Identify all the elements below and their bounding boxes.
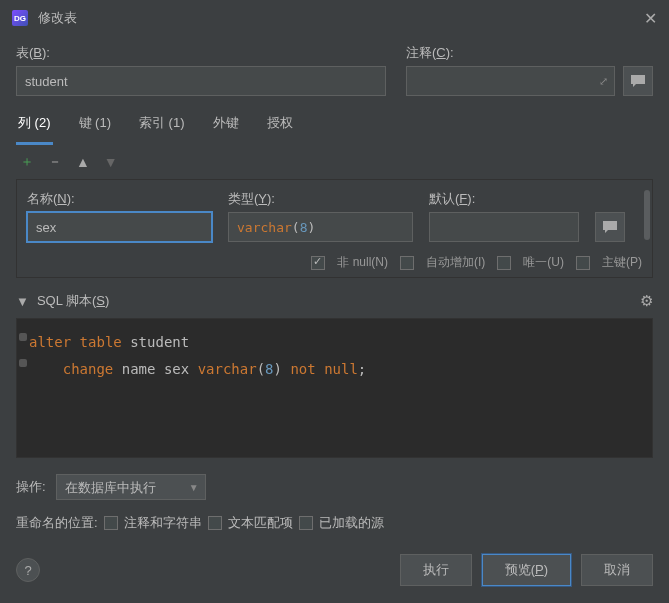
help-button[interactable]: ? [16, 558, 40, 582]
gutter-marker [19, 359, 27, 367]
tab-grants[interactable]: 授权 [265, 108, 295, 145]
cancel-button[interactable]: 取消 [581, 554, 653, 586]
dialog-title: 修改表 [38, 9, 77, 27]
rename-label: 重命名的位置: [16, 514, 98, 532]
gear-icon[interactable]: ⚙ [640, 292, 653, 310]
unique-label: 唯一(U) [523, 254, 564, 271]
script-label: SQL 脚本(S) [37, 292, 110, 310]
rename-text-label: 文本匹配项 [228, 514, 293, 532]
type-label: 类型(Y): [228, 190, 413, 208]
rename-loaded-checkbox[interactable] [299, 516, 313, 530]
tab-foreign-keys[interactable]: 外键 [211, 108, 241, 145]
column-name-input[interactable] [27, 212, 212, 242]
name-label: 名称(N): [27, 190, 212, 208]
column-type-input[interactable]: varchar(8) [228, 212, 413, 242]
unique-checkbox[interactable] [497, 256, 511, 270]
comment-button[interactable] [623, 66, 653, 96]
default-label: 默认(F): [429, 190, 579, 208]
scrollbar[interactable] [644, 190, 650, 240]
preview-button[interactable]: 预览(P) [482, 554, 571, 586]
add-icon[interactable]: ＋ [20, 153, 34, 171]
tab-columns[interactable]: 列 (2) [16, 108, 53, 145]
move-down-icon[interactable]: ▼ [104, 154, 118, 170]
column-default-input[interactable] [429, 212, 579, 242]
tab-keys[interactable]: 键 (1) [77, 108, 114, 145]
not-null-checkbox[interactable] [311, 256, 325, 270]
auto-inc-checkbox[interactable] [400, 256, 414, 270]
action-select[interactable]: 在数据库中执行 ▼ [56, 474, 206, 500]
rename-loaded-label: 已加载的源 [319, 514, 384, 532]
sql-editor[interactable]: alter table student change name sex varc… [16, 318, 653, 458]
action-label: 操作: [16, 478, 46, 496]
speech-bubble-icon [602, 220, 618, 234]
primary-label: 主键(P) [602, 254, 642, 271]
move-up-icon[interactable]: ▲ [76, 154, 90, 170]
chevron-down-icon: ▼ [189, 482, 199, 493]
tabs: 列 (2) 键 (1) 索引 (1) 外键 授权 [16, 108, 653, 145]
table-label: 表(B): [16, 44, 386, 62]
rename-comments-label: 注释和字符串 [124, 514, 202, 532]
auto-inc-label: 自动增加(I) [426, 254, 485, 271]
table-name-input[interactable] [16, 66, 386, 96]
close-icon[interactable]: ✕ [644, 9, 657, 28]
rename-comments-checkbox[interactable] [104, 516, 118, 530]
not-null-label: 非 null(N) [337, 254, 388, 271]
execute-button[interactable]: 执行 [400, 554, 472, 586]
tab-indexes[interactable]: 索引 (1) [137, 108, 187, 145]
app-icon: DG [12, 10, 28, 26]
speech-bubble-icon [630, 74, 646, 88]
rename-text-checkbox[interactable] [208, 516, 222, 530]
expand-icon[interactable]: ⤢ [599, 75, 608, 88]
comment-input[interactable]: ⤢ [406, 66, 615, 96]
default-comment-button[interactable] [595, 212, 625, 242]
collapse-icon[interactable]: ▼ [16, 294, 29, 309]
primary-checkbox[interactable] [576, 256, 590, 270]
columns-panel: 名称(N): 类型(Y): varchar(8) 默认(F): 非 null(N… [16, 179, 653, 278]
remove-icon[interactable]: － [48, 153, 62, 171]
comment-label: 注释(C): [406, 44, 653, 62]
gutter-marker [19, 333, 27, 341]
